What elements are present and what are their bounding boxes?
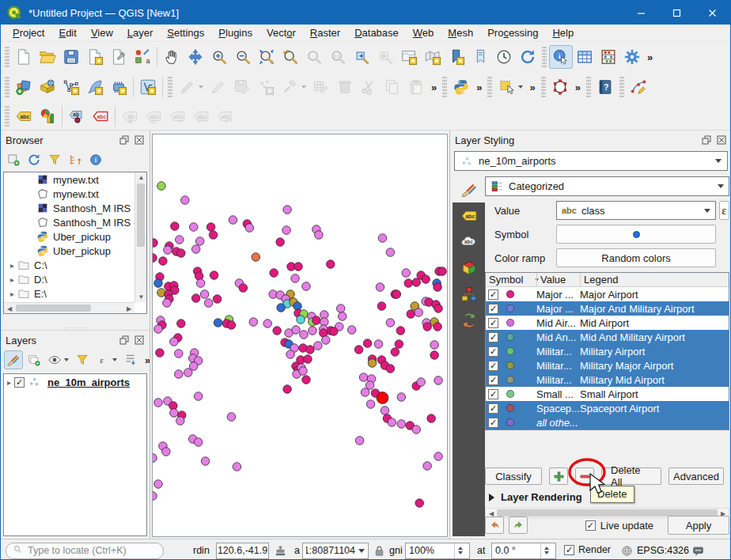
- processing-toolbox-button[interactable]: [620, 45, 644, 69]
- data-source-manager-button[interactable]: [12, 75, 36, 99]
- category-row[interactable]: ✓ Militar... Military Airport: [486, 344, 729, 358]
- new-vector-layer-button[interactable]: [59, 75, 83, 99]
- live-update-checkbox[interactable]: ✓: [585, 520, 596, 531]
- styling-tab-diagrams-tab[interactable]: [453, 281, 485, 307]
- crs-globe-icon[interactable]: [620, 544, 634, 558]
- classify-button[interactable]: Classify: [485, 467, 542, 485]
- menu-item[interactable]: Project: [6, 25, 51, 40]
- new-shapefile-layer-button[interactable]: [136, 75, 160, 99]
- lock-scale-icon[interactable]: [373, 544, 386, 558]
- layers-close-button[interactable]: [133, 335, 145, 346]
- styling-float-button[interactable]: [700, 134, 712, 146]
- identify-features-button[interactable]: i: [549, 45, 573, 69]
- menu-item[interactable]: Mesh: [441, 25, 480, 40]
- category-row[interactable]: ✓ Militar... Military Major Airport: [486, 358, 729, 373]
- expand-tree-button[interactable]: [121, 350, 140, 369]
- expand-arrow-icon[interactable]: ▸: [7, 275, 17, 284]
- delete-category-button[interactable]: [575, 467, 594, 485]
- menu-item[interactable]: Processing: [480, 25, 545, 40]
- add-layer-box-button[interactable]: [36, 75, 59, 99]
- filter-button[interactable]: [45, 150, 64, 169]
- menu-item[interactable]: Database: [347, 25, 406, 40]
- renderer-select[interactable]: Categorized: [485, 176, 729, 196]
- browser-tree-item[interactable]: ▸ E:\: [4, 286, 134, 301]
- new-print-layout-button[interactable]: [83, 45, 107, 69]
- menu-item[interactable]: View: [84, 25, 120, 40]
- toolbar-drag-handle[interactable]: [168, 77, 172, 97]
- toolbar-drag-handle[interactable]: [542, 47, 547, 67]
- temporal-controller-button[interactable]: [492, 45, 516, 69]
- category-checkbox[interactable]: ✓: [488, 375, 498, 385]
- browser-tree-item[interactable]: ▸ Santhosh_M IRS - C: [4, 201, 134, 215]
- extents-icon[interactable]: [274, 544, 287, 558]
- category-checkbox[interactable]: ✓: [488, 318, 498, 328]
- styling-tab-brush[interactable]: [453, 176, 485, 202]
- statistics-button[interactable]: [597, 45, 620, 69]
- toolbar-drag-handle[interactable]: [619, 77, 624, 97]
- python-console-button[interactable]: [449, 75, 473, 99]
- toolbar-drag-handle[interactable]: [487, 77, 492, 97]
- menu-item[interactable]: Raster: [303, 25, 347, 40]
- category-row[interactable]: ✓ Major ... Major Airport: [486, 287, 729, 301]
- add-group-button[interactable]: [25, 350, 44, 369]
- styling-close-button[interactable]: [715, 134, 727, 146]
- open-project-button[interactable]: [36, 45, 59, 69]
- category-row[interactable]: ✓ Mid An... Mid And Military Airport: [486, 330, 729, 344]
- expand-arrow-icon[interactable]: ▸: [7, 261, 17, 270]
- labels-yellow-button[interactable]: abc: [12, 104, 36, 128]
- browser-vertical-scrollbar[interactable]: ▲ ▼: [134, 172, 146, 302]
- toolbar-drag-handle[interactable]: [442, 77, 447, 97]
- toolbar-drag-handle[interactable]: [5, 47, 9, 67]
- pin-labels-button[interactable]: ab: [65, 104, 89, 128]
- browser-add-button[interactable]: [4, 150, 23, 169]
- new-3d-map-view-button[interactable]: [421, 45, 445, 69]
- redo-button[interactable]: [509, 516, 528, 534]
- menu-item[interactable]: Plugins: [211, 25, 259, 40]
- digitizing-button[interactable]: [627, 75, 650, 99]
- coordinate-input[interactable]: 120.6,-41.9: [216, 543, 269, 559]
- category-checkbox[interactable]: ✓: [488, 389, 498, 399]
- browser-horizontal-scrollbar[interactable]: ◀ ▶: [4, 302, 134, 313]
- category-row[interactable]: ✓ Spacep... Spaceport Airport: [486, 401, 729, 415]
- undo-button[interactable]: [485, 516, 504, 534]
- pan-to-selection-button[interactable]: [184, 45, 207, 69]
- vertex-tool-button[interactable]: [548, 75, 572, 99]
- toolbar-drag-handle[interactable]: [541, 77, 546, 97]
- spinner-buttons[interactable]: [454, 543, 466, 558]
- select-features-button[interactable]: [494, 75, 526, 99]
- collapse-all-button[interactable]: [66, 150, 85, 169]
- scale-input[interactable]: 1:80871104: [302, 543, 369, 559]
- style-manager-button[interactable]: a: [131, 45, 154, 69]
- expression-builder-button[interactable]: ε: [719, 201, 729, 220]
- browser-tree-item[interactable]: ▸ D:\: [4, 272, 134, 286]
- expand-arrow-icon[interactable]: ▸: [7, 378, 11, 387]
- refresh-button[interactable]: [516, 45, 540, 69]
- pan-map-button[interactable]: [160, 45, 184, 69]
- styling-tab-view-3d[interactable]: [453, 255, 485, 281]
- zoom-in-button[interactable]: [207, 45, 231, 69]
- layer-item-ne-10m-airports[interactable]: ▸ ✓ ne_10m_airports: [4, 374, 146, 390]
- layer-visibility-checkbox[interactable]: ✓: [14, 377, 25, 388]
- styling-tab-labels-mask[interactable]: abc: [453, 229, 485, 255]
- category-row[interactable]: ✓ Militar... Military Mid Airport: [486, 373, 729, 387]
- zoom-to-layer-button[interactable]: [278, 45, 302, 69]
- filter-legend-button[interactable]: [73, 350, 92, 369]
- symbol-button[interactable]: [556, 225, 716, 244]
- menu-item[interactable]: Vector: [259, 25, 303, 40]
- browser-tree-item[interactable]: ▸ mynew.txt: [4, 172, 134, 187]
- layout-manager-button[interactable]: [107, 45, 131, 69]
- add-category-button[interactable]: [549, 467, 568, 485]
- attribute-table-button[interactable]: [573, 45, 597, 69]
- properties-info-button[interactable]: i: [86, 150, 105, 169]
- save-project-button[interactable]: [59, 45, 83, 69]
- apply-button[interactable]: Apply: [668, 516, 729, 535]
- zoom-out-button[interactable]: [231, 45, 255, 69]
- category-checkbox[interactable]: ✓: [488, 304, 498, 314]
- toolbar-drag-handle[interactable]: [5, 106, 9, 127]
- styling-tab-labels-yellow[interactable]: abc: [453, 202, 485, 229]
- color-ramp-button[interactable]: Random colors: [556, 248, 716, 267]
- browser-close-button[interactable]: [133, 134, 145, 146]
- category-table-header[interactable]: Symbol▼ Value Legend: [486, 273, 729, 287]
- highlight-labels-button[interactable]: abc: [89, 104, 112, 128]
- crs-status[interactable]: EPSG:4326: [637, 545, 689, 556]
